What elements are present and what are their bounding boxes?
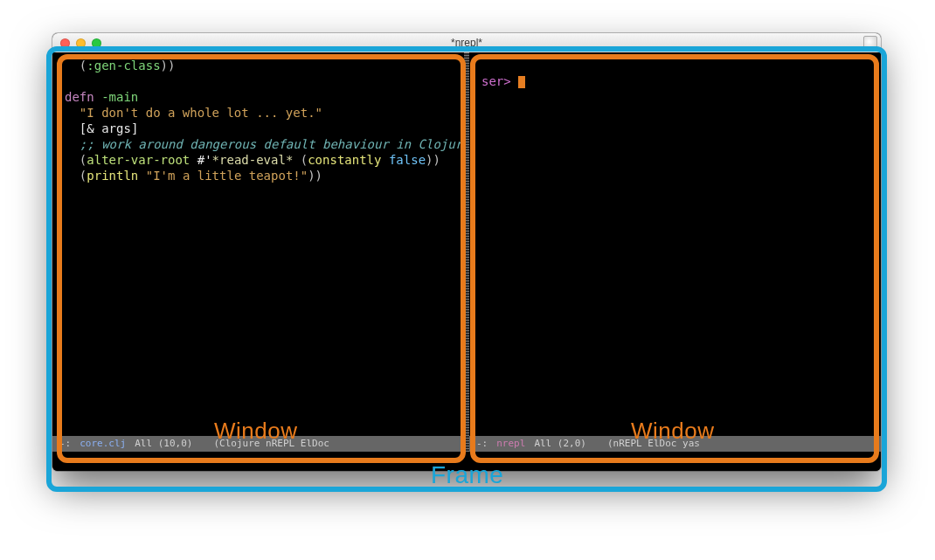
modeline-prefix: -: (59, 436, 71, 452)
modeline-buffer-name: nrepl (496, 436, 525, 452)
titlebar-widget-icon (863, 36, 877, 50)
modeline-buffer-name: core.clj (80, 436, 126, 452)
repl-prompt: ser> (481, 74, 518, 88)
editor-split-container: (:gen-class)) defn -main "I don't do a w… (52, 52, 881, 452)
modeline-modes: (nREPL ElDoc yas (607, 436, 700, 452)
clojure-source-code[interactable]: (:gen-class)) defn -main "I don't do a w… (52, 52, 464, 189)
right-repl-pane[interactable]: ser> -: nrepl All (2,0) (nREPL ElDoc yas (469, 52, 881, 452)
left-modeline: -: core.clj All (10,0) (Clojure nREPL El… (52, 436, 464, 452)
right-modeline: -: nrepl All (2,0) (nREPL ElDoc yas (469, 436, 881, 452)
modeline-position: All (10,0) (135, 436, 192, 452)
repl-buffer[interactable]: ser> (469, 52, 881, 110)
left-editor-pane[interactable]: (:gen-class)) defn -main "I don't do a w… (52, 52, 464, 452)
minibuffer[interactable] (52, 452, 881, 471)
modeline-modes: (Clojure nREPL ElDoc (213, 436, 329, 452)
window-title: *nrepl* (52, 37, 881, 49)
close-icon[interactable] (60, 38, 70, 48)
emacs-frame-window: *nrepl* (:gen-class)) defn -main "I don'… (52, 33, 881, 471)
minimize-icon[interactable] (76, 38, 86, 48)
zoom-icon[interactable] (92, 38, 101, 48)
modeline-prefix: -: (476, 436, 488, 452)
cursor-icon (518, 76, 525, 88)
macos-titlebar: *nrepl* (52, 33, 881, 53)
modeline-position: All (2,0) (534, 436, 586, 452)
